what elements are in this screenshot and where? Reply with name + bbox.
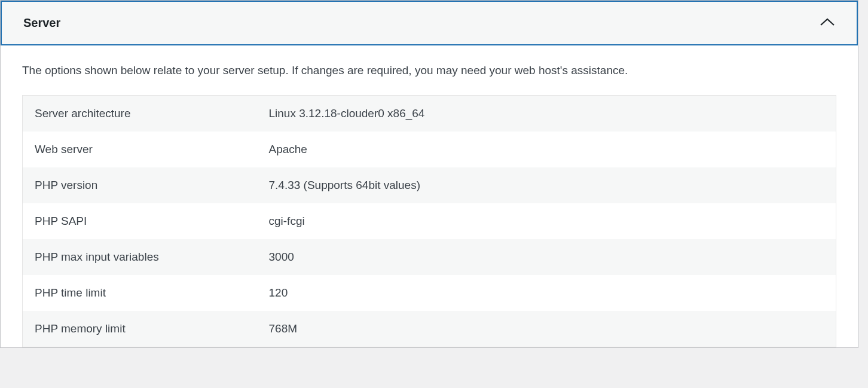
row-label: PHP max input variables [23, 239, 257, 275]
row-label: PHP SAPI [23, 203, 257, 239]
row-label: PHP time limit [23, 275, 257, 311]
table-row: Web server Apache [23, 132, 836, 167]
row-label: PHP memory limit [23, 311, 257, 347]
table-row: Server architecture Linux 3.12.18-cloude… [23, 95, 836, 132]
table-row: PHP time limit 120 [23, 275, 836, 311]
server-info-table: Server architecture Linux 3.12.18-cloude… [22, 95, 836, 347]
row-value: cgi-fcgi [257, 203, 836, 239]
server-panel-header[interactable]: Server [1, 1, 858, 45]
table-row: PHP memory limit 768M [23, 311, 836, 347]
table-row: PHP max input variables 3000 [23, 239, 836, 275]
row-value: Linux 3.12.18-clouder0 x86_64 [257, 95, 836, 132]
row-label: PHP version [23, 167, 257, 203]
row-label: Web server [23, 132, 257, 167]
panel-description: The options shown below relate to your s… [22, 62, 836, 80]
row-value: 768M [257, 311, 836, 347]
table-row: PHP version 7.4.33 (Supports 64bit value… [23, 167, 836, 203]
row-value: Apache [257, 132, 836, 167]
server-panel: Server The options shown below relate to… [0, 0, 858, 348]
server-panel-body: The options shown below relate to your s… [1, 45, 858, 347]
panel-title: Server [23, 16, 60, 30]
row-label: Server architecture [23, 95, 257, 132]
chevron-up-icon [820, 17, 835, 29]
row-value: 120 [257, 275, 836, 311]
row-value: 7.4.33 (Supports 64bit values) [257, 167, 836, 203]
table-row: PHP SAPI cgi-fcgi [23, 203, 836, 239]
row-value: 3000 [257, 239, 836, 275]
